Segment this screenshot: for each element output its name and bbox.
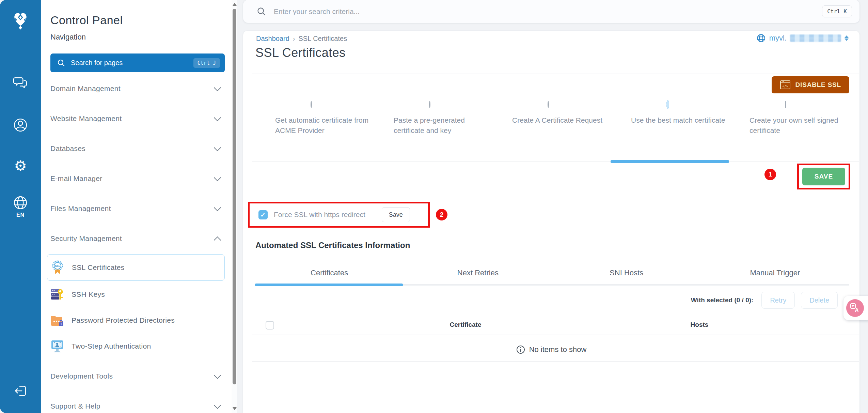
chevron-down-icon [214,174,221,181]
sidebar-item-website-management[interactable]: Website Management [50,104,225,134]
option-self-signed-certificate[interactable]: Create your own self signed certificate [749,102,852,136]
brand-logo[interactable] [11,9,30,31]
automated-tabs: Certificates Next Retries SNI Hosts Manu… [255,266,849,284]
ssh-keys-icon [50,287,64,302]
domain-select-arrows-icon [845,35,849,41]
chevron-down-icon [214,114,221,121]
divider [252,162,859,162]
search-placeholder: Enter your search criteria... [274,7,822,16]
empty-state-row: No items to show [243,342,859,357]
tab-next-retries[interactable]: Next Retries [404,266,552,284]
radio-icon[interactable] [311,101,312,108]
empty-state-text: No items to show [529,345,587,354]
scroll-up-arrow[interactable] [233,3,237,6]
main-area: Enter your search criteria... Ctrl K Das… [237,0,868,413]
sidebar-title: Control Panel [50,14,123,27]
active-tab-indicator [255,284,403,286]
search-icon [57,59,65,67]
svg-text:</>: </> [782,85,788,88]
logout-icon[interactable] [13,383,28,399]
sidebar-search-label: Search for pages [71,59,193,67]
chat-icon[interactable] [13,75,28,91]
annotation-step-1: 1 [764,169,776,180]
sidebar-item-development-tools[interactable]: Development Tools [50,361,225,391]
breadcrumb: Dashboard › SSL Certificates [256,35,347,43]
force-ssl-label: Force SSL with https redirect [274,211,365,219]
scroll-down-arrow[interactable] [233,407,237,410]
breadcrumb-dashboard-link[interactable]: Dashboard [256,35,289,43]
divider [252,335,859,335]
sidebar-item-domain-management[interactable]: Domain Management [50,74,225,104]
force-ssl-checkbox[interactable]: ✓ [258,210,268,219]
scrollbar-thumb[interactable] [233,9,236,384]
chevron-down-icon [214,401,221,409]
option-paste-certificate[interactable]: Paste a pre-generated certificate and ke… [394,102,496,136]
sidebar-search-shortcut: Ctrl J [193,58,220,68]
browser-code-icon: </> [780,80,791,90]
info-icon [516,345,525,354]
force-ssl-save-button[interactable]: Save [382,207,410,222]
sidebar-item-ssl-certificates[interactable]: SSL SSL Certificates [47,254,225,281]
save-button[interactable]: SAVE [802,168,845,185]
language-globe-icon[interactable] [13,195,28,211]
sidebar-item-databases[interactable]: Databases [50,134,225,164]
domain-selector[interactable]: myvl. [756,33,849,43]
search-shortcut-badge: Ctrl K [822,5,852,17]
disable-ssl-label: DISABLE SSL [795,81,841,89]
sidebar-scrollbar[interactable] [232,0,237,413]
sidebar-item-email-manager[interactable]: E-mail Manager [50,164,225,194]
delete-button[interactable]: Delete [801,292,838,309]
tab-manual-trigger[interactable]: Manual Trigger [701,266,849,284]
select-all-checkbox[interactable] [266,321,274,330]
breadcrumb-current: SSL Certificates [299,35,347,43]
settings-gear-icon[interactable]: ⚙ [13,158,28,174]
password-folder-icon [50,313,64,328]
retry-button[interactable]: Retry [761,292,795,309]
option-certificate-request[interactable]: Create A Certificate Request [512,102,614,125]
radio-icon[interactable] [785,101,786,108]
sidebar-item-ssh-keys[interactable]: SSH Keys [50,281,225,307]
tab-certificates[interactable]: Certificates [255,266,404,284]
annotation-step-2: 2 [436,209,447,220]
with-selected-row: With selected (0 / 0): Retry Delete [691,292,838,309]
content-card: Dashboard › SSL Certificates myvl. SSL C… [243,31,859,413]
translate-fab[interactable]: A [843,296,868,320]
nav-sidebar: Control Panel Navigation Search for page… [41,0,232,413]
translate-icon: A [846,299,864,317]
chevron-up-icon [214,236,221,243]
column-certificate: Certificate [450,321,482,328]
table-header: Certificate Hosts [243,319,859,333]
breadcrumb-separator: › [293,35,295,43]
globe-icon [756,33,766,43]
sidebar-subtitle: Navigation [50,33,86,42]
domain-redacted-blur [790,34,841,42]
selected-option-indicator [611,160,729,163]
tab-sni-hosts[interactable]: SNI Hosts [552,266,701,284]
radio-icon[interactable] [548,101,549,108]
global-search-bar[interactable]: Enter your search criteria... Ctrl K [243,0,859,23]
divider [252,361,859,362]
column-hosts: Hosts [691,321,709,328]
radio-icon[interactable] [429,101,430,108]
sidebar-item-files-management[interactable]: Files Management [50,194,225,224]
page-title: SSL Certificates [255,46,346,60]
icon-rail: ⚙ EN [0,0,41,413]
annotation-box-save: SAVE [797,164,850,189]
language-label: EN [16,212,25,218]
user-icon[interactable] [13,117,28,133]
domain-prefix: myvl. [769,34,787,43]
option-acme-certificate[interactable]: Get automatic certificate from ACME Prov… [275,102,377,136]
ssl-certificate-icon: SSL [51,260,64,275]
sidebar-item-two-step-authentication[interactable]: Two-Step Authentication [50,333,225,359]
sidebar-item-password-protected-directories[interactable]: Password Protected Directories [50,307,225,333]
option-best-match-certificate[interactable]: Use the best match certificate [631,102,733,125]
sidebar-item-support-help[interactable]: Support & Help [50,391,225,413]
disable-ssl-button[interactable]: </> DISABLE SSL [772,76,849,93]
chevron-down-icon [214,204,221,211]
with-selected-label: With selected (0 / 0): [691,296,754,304]
radio-selected-icon[interactable] [666,100,669,109]
sidebar-item-security-management[interactable]: Security Management [50,224,225,254]
sidebar-search[interactable]: Search for pages Ctrl J [50,53,225,72]
divider [252,74,859,74]
nav-sections: Domain Management Website Management Dat… [50,74,225,413]
